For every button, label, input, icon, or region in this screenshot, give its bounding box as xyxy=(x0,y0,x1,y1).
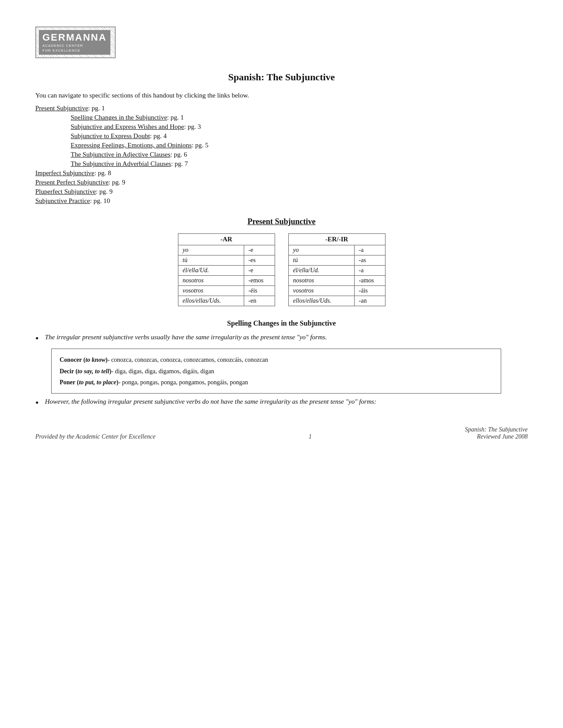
example-box: Conocer (to know)- conozca, conozcas, co… xyxy=(51,349,501,394)
table-row: nosotros-amos xyxy=(288,276,385,286)
ending: -a xyxy=(354,245,385,255)
table-ar-header: -AR xyxy=(178,234,275,245)
logo-box: GERMANNA ACADEMIC CENTER FOR EXCELLENCE xyxy=(35,26,116,58)
bullet-text-1: The irregular present subjunctive verbs … xyxy=(45,334,327,341)
toc-item-pluperfect: Pluperfect Subjunctive: pg. 9 xyxy=(35,188,528,195)
toc-item-present-subjunctive: Present Subjunctive: pg. 1 xyxy=(35,105,528,112)
table-row: yo-e xyxy=(178,245,275,255)
footer-right-line1: Spanish: The Subjunctive xyxy=(465,426,528,433)
ending: -an xyxy=(354,296,385,306)
toc-link-feelings[interactable]: Expressing Feelings, Emotions, and Opini… xyxy=(71,142,192,149)
toc-link-practice[interactable]: Subjunctive Practice xyxy=(35,197,90,204)
pronoun: él/ella/Ud. xyxy=(288,266,354,276)
conocer-bold: Conocer (to know) xyxy=(60,356,108,363)
tables-row: -AR yo-etú-esél/ella/Ud.-enosotros-emosv… xyxy=(35,233,528,306)
footer-right: Spanish: The Subjunctive Reviewed June 2… xyxy=(465,426,528,440)
intro-text: You can navigate to specific sections of… xyxy=(35,92,528,99)
bullet-dot-1: • xyxy=(35,333,39,344)
pronoun: nosotros xyxy=(288,276,354,286)
logo-subtitle: ACADEMIC CENTER FOR EXCELLENCE xyxy=(42,43,107,53)
toc-link-present-subjunctive[interactable]: Present Subjunctive xyxy=(35,105,88,112)
ending: -amos xyxy=(354,276,385,286)
toc-link-wishes[interactable]: Subjunctive and Express Wishes and Hope xyxy=(71,123,184,130)
pronoun: ellos/ellas/Uds. xyxy=(178,296,244,306)
section1-heading: Present Subjunctive xyxy=(35,217,528,226)
main-title: Spanish: The Subjunctive xyxy=(35,71,528,83)
bullet-item-2: • However, the following irregular prese… xyxy=(35,398,528,409)
pronoun: él/ella/Ud. xyxy=(178,266,244,276)
logo-inner: GERMANNA ACADEMIC CENTER FOR EXCELLENCE xyxy=(39,30,110,55)
example-line2: Decir (to say, to tell)- diga, digas, di… xyxy=(60,366,493,377)
table-row: tú-as xyxy=(288,255,385,266)
toc-item-imperfect: Imperfect Subjunctive: pg. 8 xyxy=(35,169,528,177)
table-er-ir: -ER/-IR yo-atú-asél/ella/Ud.-anosotros-a… xyxy=(288,233,385,306)
toc-link-imperfect[interactable]: Imperfect Subjunctive xyxy=(35,169,94,176)
bullet-text-2: However, the following irregular present… xyxy=(45,398,377,405)
toc-link-adverbial[interactable]: The Subjunctive in Adverbial Clauses xyxy=(71,160,171,167)
table-row: vosotros-áis xyxy=(288,286,385,296)
toc-sub-adjective: The Subjunctive in Adjective Clauses: pg… xyxy=(71,151,528,158)
footer-center: 1 xyxy=(309,433,312,440)
toc-sub-doubt: Subjunctive to Express Doubt: pg. 4 xyxy=(71,132,528,140)
toc-sub-adverbial: The Subjunctive in Adverbial Clauses: pg… xyxy=(71,160,528,168)
table-row: ellos/ellas/Uds.-en xyxy=(178,296,275,306)
table-row: él/ella/Ud.-a xyxy=(288,266,385,276)
table-row: yo-a xyxy=(288,245,385,255)
toc-sub-spelling: Spelling Changes in the Subjunctive: pg.… xyxy=(71,114,528,121)
pronoun: ellos/ellas/Uds. xyxy=(288,296,354,306)
table-row: vosotros-éis xyxy=(178,286,275,296)
ending: -emos xyxy=(244,276,275,286)
pronoun: yo xyxy=(178,245,244,255)
bullet-item-1: • The irregular present subjunctive verb… xyxy=(35,334,528,344)
toc-link-adjective[interactable]: The Subjunctive in Adjective Clauses xyxy=(71,151,170,158)
ending: -áis xyxy=(354,286,385,296)
table-row: nosotros-emos xyxy=(178,276,275,286)
table-er-ir-header: -ER/-IR xyxy=(288,234,385,245)
toc-link-doubt[interactable]: Subjunctive to Express Doubt xyxy=(71,132,150,139)
toc-link-spelling[interactable]: Spelling Changes in the Subjunctive xyxy=(71,114,167,121)
bullet-dot-2: • xyxy=(35,397,39,409)
ending: -e xyxy=(244,266,275,276)
pronoun: tú xyxy=(178,255,244,266)
logo-title: GERMANNA xyxy=(42,32,107,43)
ending: -éis xyxy=(244,286,275,296)
ending: -en xyxy=(244,296,275,306)
toc-link-present-perfect[interactable]: Present Perfect Subjunctive xyxy=(35,179,109,186)
toc-item-practice: Subjunctive Practice: pg. 10 xyxy=(35,197,528,205)
table-row: tú-es xyxy=(178,255,275,266)
poner-bold: Poner (to put, to place) xyxy=(60,379,118,386)
toc-link-pluperfect[interactable]: Pluperfect Subjunctive xyxy=(35,188,96,195)
pronoun: nosotros xyxy=(178,276,244,286)
footer: Provided by the Academic Center for Exce… xyxy=(35,426,528,440)
section2-heading: Spelling Changes in the Subjunctive xyxy=(35,319,528,327)
table-ar: -AR yo-etú-esél/ella/Ud.-enosotros-emosv… xyxy=(178,233,275,306)
pronoun: yo xyxy=(288,245,354,255)
toc-sub-wishes: Subjunctive and Express Wishes and Hope:… xyxy=(71,123,528,131)
footer-right-line2: Reviewed June 2008 xyxy=(465,433,528,440)
table-row: ellos/ellas/Uds.-an xyxy=(288,296,385,306)
page: GERMANNA ACADEMIC CENTER FOR EXCELLENCE … xyxy=(0,0,563,728)
toc-item-present-perfect: Present Perfect Subjunctive: pg. 9 xyxy=(35,179,528,186)
ending: -as xyxy=(354,255,385,266)
ending: -a xyxy=(354,266,385,276)
ending: -e xyxy=(244,245,275,255)
pronoun: vosotros xyxy=(288,286,354,296)
pronoun: tú xyxy=(288,255,354,266)
table-row: él/ella/Ud.-e xyxy=(178,266,275,276)
decir-bold: Decir (to say, to tell) xyxy=(60,368,111,375)
example-line3: Poner (to put, to place)- ponga, pongas,… xyxy=(60,377,493,388)
pronoun: vosotros xyxy=(178,286,244,296)
ending: -es xyxy=(244,255,275,266)
footer-left: Provided by the Academic Center for Exce… xyxy=(35,433,155,440)
example-line1: Conocer (to know)- conozca, conozcas, co… xyxy=(60,354,493,365)
toc: Present Subjunctive: pg. 1 Spelling Chan… xyxy=(35,105,528,205)
toc-sub-feelings: Expressing Feelings, Emotions, and Opini… xyxy=(71,142,528,149)
